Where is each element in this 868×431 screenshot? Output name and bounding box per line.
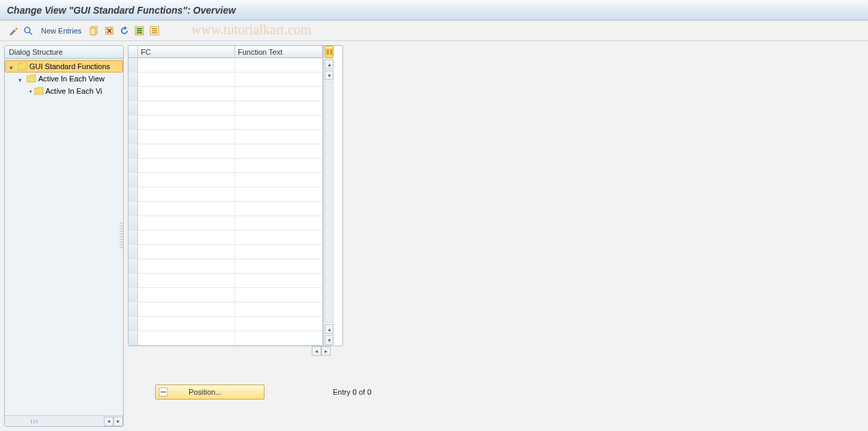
grid-cell[interactable] <box>235 288 323 302</box>
scroll-left-icon[interactable]: ◂ <box>312 346 321 356</box>
sidebar-hscrollbar[interactable]: ◂ ▸ <box>5 415 123 426</box>
grid-cell[interactable] <box>138 274 235 288</box>
grid-cell[interactable] <box>235 245 323 259</box>
grid-cell[interactable] <box>138 202 235 216</box>
grid-vscrollbar[interactable]: ▴ ▾ ▴ ▾ <box>323 46 334 345</box>
toggle-display-change-icon[interactable] <box>7 25 19 37</box>
grid-cell[interactable] <box>138 187 235 202</box>
data-grid: FC Function Text ▴ ▾ ▴ ▾ <box>128 45 343 346</box>
row-marker[interactable] <box>128 216 138 231</box>
grid-cell[interactable] <box>235 116 323 130</box>
grid-column-function-text: Function Text <box>235 46 323 345</box>
grid-cell[interactable] <box>138 87 235 101</box>
grid-cell[interactable] <box>235 317 323 331</box>
grid-cell[interactable] <box>235 331 323 345</box>
copy-icon[interactable] <box>88 25 100 37</box>
grid-cell[interactable] <box>138 73 235 87</box>
vscroll-track[interactable] <box>325 81 334 323</box>
row-marker[interactable] <box>128 317 138 331</box>
row-marker[interactable] <box>128 274 138 288</box>
row-marker[interactable] <box>128 58 138 73</box>
column-header-function-text[interactable]: Function Text <box>235 46 323 58</box>
row-marker[interactable] <box>128 87 138 101</box>
scroll-left-icon[interactable]: ◂ <box>104 417 113 426</box>
new-entries-button[interactable]: New Entries <box>37 27 85 35</box>
grid-cell[interactable] <box>138 116 235 130</box>
grid-cell[interactable] <box>138 216 235 231</box>
scroll-right-icon[interactable]: ▸ <box>113 417 123 426</box>
grid-cell[interactable] <box>138 259 235 274</box>
details-icon[interactable] <box>22 25 34 37</box>
grid-cell[interactable] <box>235 259 323 274</box>
position-button[interactable]: Position... <box>155 384 265 400</box>
grid-cell[interactable] <box>138 159 235 173</box>
row-marker[interactable] <box>128 73 138 87</box>
grid-corner-header[interactable] <box>128 46 138 58</box>
grid-cell[interactable] <box>138 302 235 317</box>
grid-cell[interactable] <box>235 202 323 216</box>
row-marker[interactable] <box>128 159 138 173</box>
row-marker[interactable] <box>128 173 138 187</box>
tree-node-active-in-each-vi[interactable]: Active In Each Vi <box>5 85 123 97</box>
grid-cell[interactable] <box>235 231 323 245</box>
app-toolbar: New Entries www.tutorialkart.com <box>0 21 868 41</box>
grid-cell[interactable] <box>235 101 323 116</box>
row-marker[interactable] <box>128 144 138 159</box>
grid-cell[interactable] <box>235 274 323 288</box>
expand-toggle-icon[interactable] <box>10 63 16 70</box>
svg-rect-17 <box>330 49 332 55</box>
grid-cell[interactable] <box>235 87 323 101</box>
scroll-down-icon[interactable]: ▾ <box>325 70 334 80</box>
scroll-down-icon[interactable]: ▾ <box>325 335 334 345</box>
svg-rect-9 <box>137 30 142 31</box>
grid-hscrollbar[interactable]: ◂ ▸ <box>128 346 343 357</box>
grid-cell[interactable] <box>138 144 235 159</box>
grid-cell[interactable] <box>138 130 235 144</box>
scroll-up-icon[interactable]: ▴ <box>325 60 334 69</box>
row-marker[interactable] <box>128 202 138 216</box>
select-all-icon[interactable] <box>133 25 146 37</box>
grid-cell[interactable] <box>138 231 235 245</box>
grid-cell[interactable] <box>235 159 323 173</box>
grid-cell[interactable] <box>138 58 235 73</box>
grid-cell[interactable] <box>235 144 323 159</box>
grid-cell[interactable] <box>235 58 323 73</box>
grid-cell[interactable] <box>138 101 235 116</box>
row-marker[interactable] <box>128 130 138 144</box>
grid-cell[interactable] <box>138 331 235 345</box>
row-marker[interactable] <box>128 331 138 345</box>
sidebar-splitter-handle[interactable] <box>120 222 123 250</box>
grid-cell[interactable] <box>235 173 323 187</box>
svg-rect-14 <box>152 32 157 34</box>
grid-cell[interactable] <box>235 216 323 231</box>
delete-icon[interactable] <box>103 25 116 37</box>
grid-cell[interactable] <box>138 317 235 331</box>
svg-line-1 <box>29 32 32 35</box>
tree-node-gui-standard-functions[interactable]: GUI Standard Functions <box>5 60 123 73</box>
expand-toggle-icon[interactable] <box>18 75 25 82</box>
row-marker[interactable] <box>128 116 138 130</box>
scroll-right-icon[interactable]: ▸ <box>321 346 331 356</box>
table-settings-icon[interactable] <box>325 46 334 58</box>
row-marker[interactable] <box>128 302 138 317</box>
tree-view[interactable]: GUI Standard Functions Active In Each Vi… <box>5 59 123 415</box>
grid-cell[interactable] <box>138 173 235 187</box>
row-marker[interactable] <box>128 187 138 202</box>
deselect-all-icon[interactable] <box>148 25 161 37</box>
column-header-fc[interactable]: FC <box>138 46 235 58</box>
row-marker[interactable] <box>128 231 138 245</box>
grid-cell[interactable] <box>138 288 235 302</box>
scroll-up-icon[interactable]: ▴ <box>325 324 334 334</box>
tree-node-label: Active In Each View <box>38 75 105 83</box>
row-marker[interactable] <box>128 259 138 274</box>
undo-change-icon[interactable] <box>118 25 131 37</box>
tree-node-active-in-each-view[interactable]: Active In Each View <box>5 73 123 85</box>
row-marker[interactable] <box>128 101 138 116</box>
row-marker[interactable] <box>128 288 138 302</box>
grid-cell[interactable] <box>235 187 323 202</box>
grid-cell[interactable] <box>235 130 323 144</box>
grid-cell[interactable] <box>235 302 323 317</box>
grid-cell[interactable] <box>235 73 323 87</box>
grid-cell[interactable] <box>138 245 235 259</box>
row-marker[interactable] <box>128 245 138 259</box>
